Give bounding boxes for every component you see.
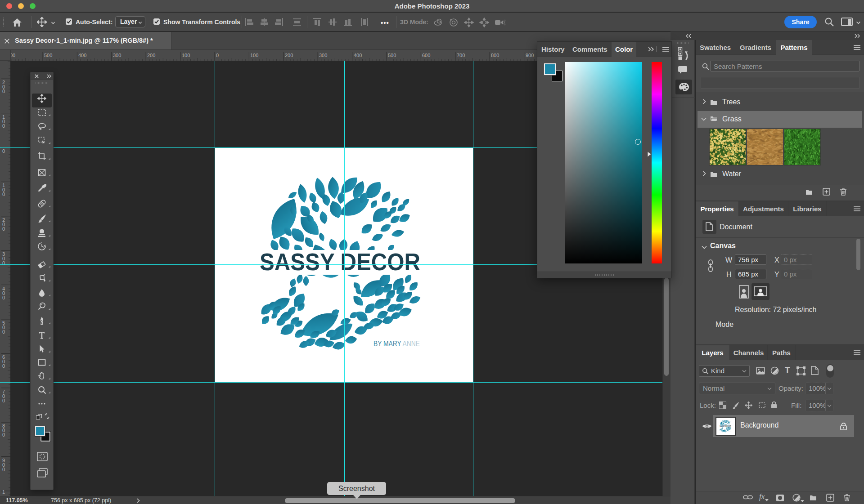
svg-text:0: 0 [2, 148, 5, 154]
svg-text:SASSY DECOR: SASSY DECOR [260, 249, 420, 275]
svg-text:0: 0 [2, 432, 5, 437]
svg-text:0: 0 [2, 467, 5, 472]
svg-text:200: 200 [285, 53, 293, 58]
svg-text:600: 600 [422, 53, 430, 58]
svg-text:0: 0 [2, 363, 5, 369]
svg-text:0: 0 [2, 329, 5, 335]
svg-text:BY MARY ANNE: BY MARY ANNE [728, 431, 731, 432]
svg-text:0: 0 [2, 192, 5, 197]
svg-text:300: 300 [113, 53, 121, 58]
svg-text:700: 700 [457, 53, 465, 58]
svg-text:500: 500 [44, 53, 52, 58]
svg-text:100: 100 [250, 53, 258, 58]
svg-text:0: 0 [216, 53, 219, 58]
svg-text:300: 300 [319, 53, 327, 58]
svg-text:0: 0 [2, 89, 5, 94]
svg-text:0: 0 [2, 295, 5, 300]
svg-text:100: 100 [182, 53, 190, 58]
svg-text:400: 400 [354, 53, 362, 58]
svg-text:BY MARY ANNE: BY MARY ANNE [374, 339, 420, 348]
svg-text:1: 1 [2, 489, 5, 495]
svg-text:900: 900 [526, 53, 534, 58]
svg-text:0: 0 [2, 123, 5, 129]
svg-text:800: 800 [491, 53, 499, 58]
svg-text:0: 0 [2, 260, 5, 266]
svg-text:400: 400 [78, 53, 86, 58]
svg-text:0: 0 [2, 398, 5, 403]
svg-text:0: 0 [2, 226, 5, 232]
svg-text:200: 200 [147, 53, 155, 58]
svg-text:500: 500 [388, 53, 396, 58]
svg-text:SASSY DECOR: SASSY DECOR [720, 425, 731, 427]
